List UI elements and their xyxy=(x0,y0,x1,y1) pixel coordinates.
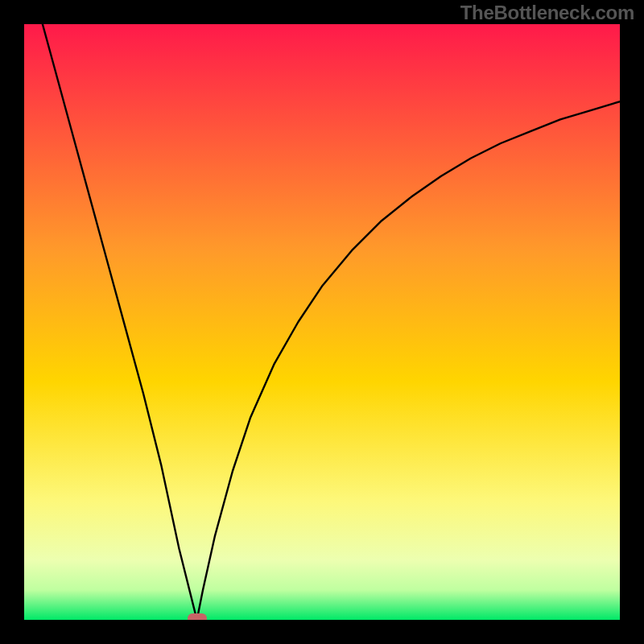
watermark-text: TheBottleneck.com xyxy=(460,2,634,24)
chart-frame: TheBottleneck.com xyxy=(0,0,644,644)
minimum-marker xyxy=(188,613,207,620)
plot-area xyxy=(24,24,620,620)
curve-layer xyxy=(24,24,620,620)
v-curve xyxy=(24,24,620,620)
